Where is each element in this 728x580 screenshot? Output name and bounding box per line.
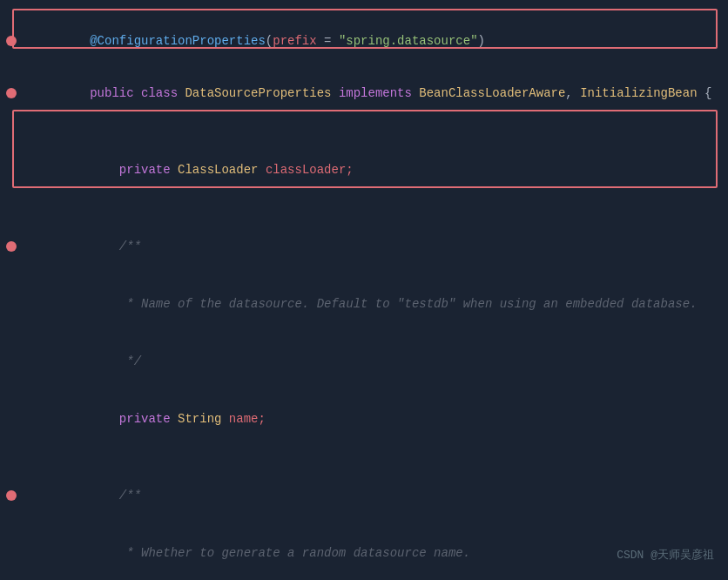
code-line-11: /** xyxy=(0,467,728,524)
gutter-12 xyxy=(0,543,23,563)
gutter-2 xyxy=(0,84,23,103)
gutter-4 xyxy=(0,160,23,179)
line-content-1: @ConfigurationProperties(prefix = "sprin… xyxy=(23,12,485,70)
code-area: @ConfigurationProperties(prefix = "sprin… xyxy=(0,7,728,573)
code-line-9: private String name; xyxy=(0,390,728,448)
gutter-1 xyxy=(0,31,23,51)
gutter-8 xyxy=(0,352,23,371)
watermark: CSDN @天师吴彦祖 xyxy=(617,547,714,563)
line-content-2: public class DataSourceProperties implem… xyxy=(23,64,711,122)
breakpoint-1 xyxy=(6,36,17,46)
gutter-9 xyxy=(0,409,23,428)
gutter-5 xyxy=(0,199,23,218)
breakpoint-6 xyxy=(6,241,17,252)
breakpoint-2 xyxy=(6,88,17,98)
line-content-7: * Name of the datasource. Default to "te… xyxy=(23,275,698,333)
annotation-token: @ConfigurationProperties xyxy=(90,34,266,48)
line-content-6: /** xyxy=(23,218,141,275)
code-line-8: */ xyxy=(0,333,728,390)
code-line-7: * Name of the datasource. Default to "te… xyxy=(0,275,728,333)
gutter-7 xyxy=(0,294,23,314)
line-content-4: private ClassLoader classLoader; xyxy=(23,141,354,199)
code-line-4: private ClassLoader classLoader; xyxy=(0,141,728,199)
line-content-8: */ xyxy=(23,333,141,390)
line-content-12: * Whether to generate a random datasourc… xyxy=(23,524,470,580)
gutter-10 xyxy=(0,448,23,467)
code-editor: @ConfigurationProperties(prefix = "sprin… xyxy=(0,0,728,580)
code-line-2: public class DataSourceProperties implem… xyxy=(0,64,728,122)
gutter-11 xyxy=(0,486,23,505)
breakpoint-11 xyxy=(6,490,17,501)
line-content-9: private String name; xyxy=(23,390,266,448)
gutter-6 xyxy=(0,237,23,256)
code-line-6: /** xyxy=(0,218,728,275)
gutter-3 xyxy=(0,122,23,141)
code-line-3 xyxy=(0,122,728,141)
line-content-11: /** xyxy=(23,467,141,524)
code-line-1: @ConfigurationProperties(prefix = "sprin… xyxy=(0,12,728,70)
code-line-10 xyxy=(0,448,728,467)
code-line-5 xyxy=(0,199,728,218)
